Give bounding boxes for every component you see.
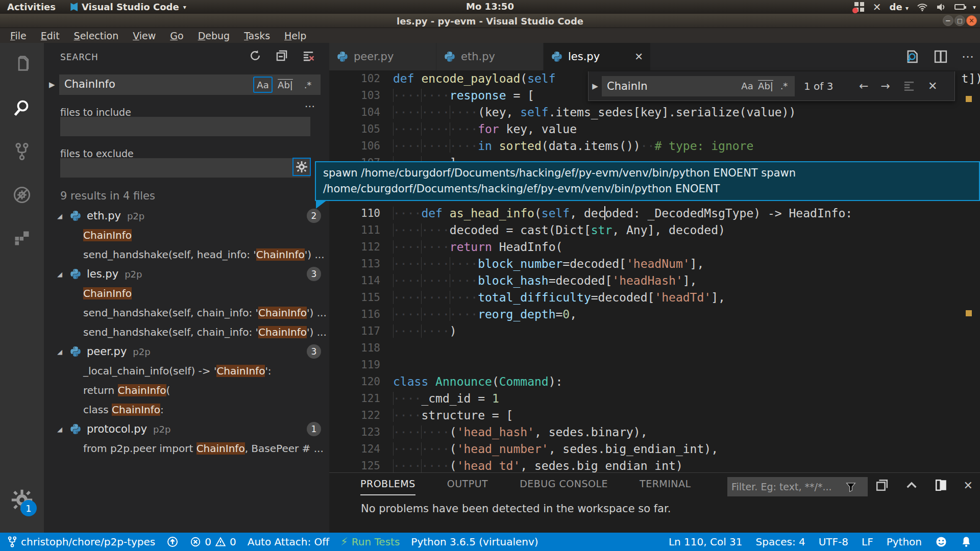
code-line[interactable]: 106············in sorted(data.items())··… xyxy=(329,138,980,155)
toggle-replace-icon[interactable]: ▶ xyxy=(589,82,602,91)
tab-les.py[interactable]: les.py✕ xyxy=(544,43,651,70)
panel-layout-icon[interactable] xyxy=(934,478,948,492)
code-line[interactable]: 123········('head_hash', sedes.binary), xyxy=(329,424,980,441)
run-tests-button[interactable]: ⚡ Run Tests xyxy=(340,536,400,548)
close-tab-icon[interactable]: ✕ xyxy=(634,51,643,63)
code-line[interactable]: 104············(key, self.items_sedes[ke… xyxy=(329,104,980,121)
line-number[interactable]: 119 xyxy=(329,357,393,373)
collapse-all-icon[interactable] xyxy=(275,49,288,62)
encoding-indicator[interactable]: UTF-8 xyxy=(819,536,848,548)
line-number[interactable]: 104 xyxy=(329,104,393,121)
line-number[interactable]: 106 xyxy=(329,138,393,155)
feedback-button[interactable] xyxy=(935,536,947,548)
code-line[interactable]: 117········) xyxy=(329,323,980,340)
code-line[interactable]: 113············block_number=decoded['hea… xyxy=(329,256,980,272)
menu-item-file[interactable]: File xyxy=(3,30,34,41)
result-file-row[interactable]: ◢protocol.pyp2p1 xyxy=(44,419,329,439)
activities-button[interactable]: Activities xyxy=(7,2,56,12)
sidebar-item-debug[interactable] xyxy=(0,173,44,216)
cursor-position[interactable]: Ln 110, Col 31 xyxy=(669,536,743,548)
output-actions-icon[interactable] xyxy=(875,478,889,492)
chevron-down-icon[interactable]: ▾ xyxy=(973,4,976,11)
split-editor-icon[interactable] xyxy=(933,49,948,64)
code-area[interactable]: 102def encode_payload(selft])103········… xyxy=(329,70,980,515)
close-panel-icon[interactable]: ✕ xyxy=(964,479,973,492)
notifications-button[interactable] xyxy=(961,536,972,548)
problems-filter-input[interactable] xyxy=(727,481,845,492)
result-match-row[interactable]: class ChainInfo: xyxy=(44,400,329,419)
panel-tab-debug-console[interactable]: DEBUG CONSOLE xyxy=(520,478,608,495)
menu-item-debug[interactable]: Debug xyxy=(191,30,237,41)
result-file-row[interactable]: ◢les.pyp2p3 xyxy=(44,264,329,284)
menu-item-tasks[interactable]: Tasks xyxy=(237,30,277,41)
toggle-search-details[interactable]: ⋯ xyxy=(305,100,316,112)
code-line[interactable]: 115············total_difficulty=decoded[… xyxy=(329,289,980,306)
code-line[interactable]: 116············reorg_depth=0, xyxy=(329,306,980,323)
find-regex-toggle[interactable]: .* xyxy=(775,78,793,94)
code-line[interactable]: 112········return HeadInfo( xyxy=(329,239,980,256)
expand-twistie-icon[interactable]: ◢ xyxy=(57,270,69,278)
code-line[interactable]: 114············block_hash=decoded['headH… xyxy=(329,272,980,289)
filter-icon[interactable] xyxy=(845,481,857,493)
code-line[interactable]: 121····_cmd_id = 1 xyxy=(329,390,980,407)
line-number[interactable]: 124 xyxy=(329,441,393,458)
minimize-button[interactable]: − xyxy=(943,15,953,26)
menu-item-go[interactable]: Go xyxy=(163,30,190,41)
menu-item-edit[interactable]: Edit xyxy=(34,30,67,41)
menu-item-view[interactable]: View xyxy=(126,30,163,41)
line-number[interactable]: 115 xyxy=(329,289,393,306)
code-line[interactable]: 119 xyxy=(329,357,980,373)
maximize-button[interactable]: ◻ xyxy=(954,15,965,26)
search-input[interactable] xyxy=(59,74,228,94)
maximize-panel-icon[interactable] xyxy=(904,478,919,492)
panel-tab-output[interactable]: OUTPUT xyxy=(447,478,488,495)
battery-icon[interactable] xyxy=(954,4,965,10)
line-number[interactable]: 112 xyxy=(329,239,393,256)
sidebar-item-source-control[interactable] xyxy=(0,130,44,173)
branch-indicator[interactable]: christoph/chore/p2p-types xyxy=(7,536,155,548)
settings-button[interactable]: 1 xyxy=(0,489,44,511)
line-number[interactable]: 120 xyxy=(329,373,393,390)
line-number[interactable]: 103 xyxy=(329,87,393,104)
eol-indicator[interactable]: LF xyxy=(862,536,873,548)
line-number[interactable]: 102 xyxy=(329,70,393,87)
line-number[interactable]: 121 xyxy=(329,390,393,407)
line-number[interactable]: 113 xyxy=(329,256,393,272)
language-mode[interactable]: Python xyxy=(887,536,922,548)
previous-match-icon[interactable]: ← xyxy=(859,80,868,92)
panel-tab-problems[interactable]: PROBLEMS xyxy=(360,478,415,495)
tab-eth.py[interactable]: eth.py xyxy=(436,43,544,70)
find-in-selection-icon[interactable] xyxy=(902,80,916,93)
menu-item-selection[interactable]: Selection xyxy=(67,30,126,41)
problems-indicator[interactable]: 0 0 xyxy=(190,536,236,548)
line-number[interactable]: 118 xyxy=(329,340,393,357)
more-actions-icon[interactable]: ⋯ xyxy=(962,49,975,64)
clock[interactable]: Mo 13:50 xyxy=(466,1,514,12)
line-number[interactable]: 111 xyxy=(329,222,393,239)
close-find-icon[interactable]: ✕ xyxy=(928,80,937,92)
line-number[interactable]: 105 xyxy=(329,121,393,138)
code-line[interactable]: 124········('head_number', sedes.big_end… xyxy=(329,441,980,458)
next-match-icon[interactable]: → xyxy=(880,80,890,92)
expand-twistie-icon[interactable]: ◢ xyxy=(57,348,69,356)
code-line[interactable]: 111········decoded = cast(Dict[str, Any]… xyxy=(329,222,980,239)
result-file-row[interactable]: ◢eth.pyp2p2 xyxy=(44,206,329,226)
find-input[interactable] xyxy=(602,80,704,92)
result-match-row[interactable]: send_handshake(self, chain_info: 'ChainI… xyxy=(44,322,329,342)
keyboard-layout[interactable]: de ▾ xyxy=(890,2,909,12)
line-number[interactable]: 123 xyxy=(329,424,393,441)
sidebar-item-search[interactable] xyxy=(0,86,44,130)
sidebar-item-explorer[interactable] xyxy=(0,43,44,86)
result-match-row[interactable]: _local_chain_info(self) -> 'ChainInfo': xyxy=(44,361,329,381)
result-file-row[interactable]: ◢peer.pyp2p3 xyxy=(44,342,329,361)
open-search-editor-icon[interactable] xyxy=(904,49,920,64)
python-interpreter-selector[interactable]: Python 3.6.5 (virtualenv) xyxy=(411,536,538,548)
line-number[interactable]: 114 xyxy=(329,272,393,289)
close-button[interactable]: ✕ xyxy=(966,15,977,26)
panel-tab-terminal[interactable]: TERMINAL xyxy=(640,478,691,495)
code-line[interactable]: 120class Announce(Command): xyxy=(329,373,980,390)
sync-button[interactable] xyxy=(166,536,179,548)
indentation-indicator[interactable]: Spaces: 4 xyxy=(756,536,805,548)
result-match-row[interactable]: send_handshake(self, chain_info: 'ChainI… xyxy=(44,303,329,322)
app-menu[interactable]: Visual Studio Code ▾ xyxy=(69,2,186,12)
